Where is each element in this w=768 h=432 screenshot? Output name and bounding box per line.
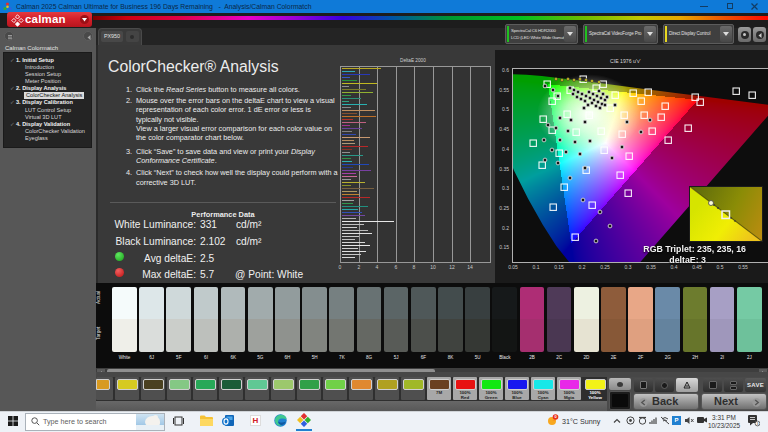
svg-text:3: 3 xyxy=(757,422,759,426)
